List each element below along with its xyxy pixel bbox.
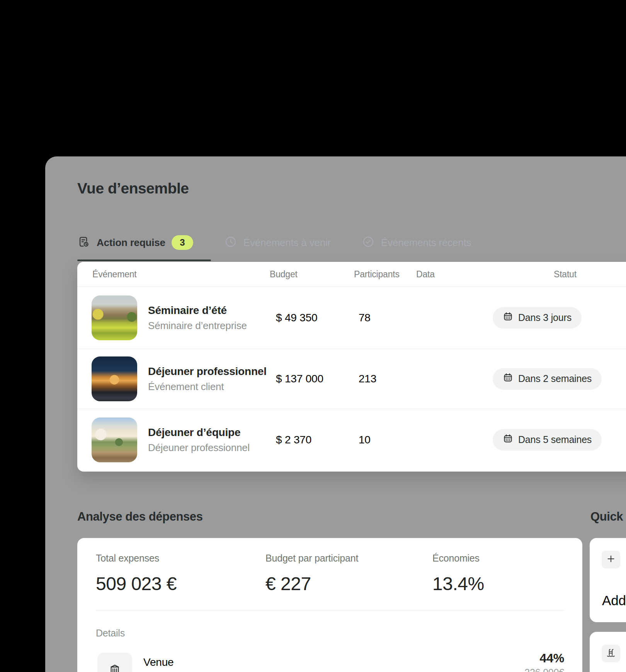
- due-date-pill: Dans 3 jours: [493, 307, 582, 329]
- stat-label: Économies: [432, 553, 484, 564]
- column-header-evenement: Événement: [92, 262, 137, 287]
- event-due-cell: Dans 2 semaines: [493, 368, 602, 390]
- due-date-pill: Dans 2 semaines: [493, 368, 602, 390]
- quick-action-add-card[interactable]: Add: [590, 538, 626, 622]
- event-subtitle: Événement client: [148, 380, 276, 392]
- stat-value: 13.4%: [432, 573, 484, 594]
- event-participants: 78: [359, 312, 371, 324]
- expense-analysis-card: Total expenses 509 023 € Budget par part…: [77, 538, 582, 672]
- event-budget: $ 137 000: [276, 373, 323, 385]
- table-row-dejeuner-professionnel[interactable]: Déjeuner professionnel Événement client …: [77, 349, 626, 409]
- event-thumbnail: [92, 417, 137, 462]
- event-due-cell: Dans 5 semaines: [493, 429, 602, 451]
- quick-section-title: Quick: [590, 510, 623, 524]
- plus-icon: [606, 554, 616, 565]
- due-date-label: Dans 5 semaines: [518, 434, 592, 445]
- stat-label: Budget par participant: [265, 553, 358, 564]
- event-subtitle: Déjeuner professionnel: [148, 441, 276, 453]
- detail-amount: 226 000€: [524, 667, 564, 672]
- table-row-seminaire-ete[interactable]: Séminaire d’été Séminaire d’entreprise $…: [77, 287, 626, 349]
- tab-label: Événements à venir: [243, 237, 331, 249]
- venue-icon-box: [97, 653, 132, 672]
- event-thumbnail: [92, 356, 137, 401]
- event-title: Déjeuner professionnel: [148, 365, 276, 377]
- due-date-label: Dans 2 semaines: [518, 373, 592, 384]
- tab-count-badge: 3: [172, 235, 193, 250]
- event-title-cell: Déjeuner professionnel Événement client: [148, 365, 276, 392]
- plus-icon-box: [602, 551, 620, 568]
- event-title-cell: Déjeuner d’équipe Déjeuner professionnel: [148, 426, 276, 453]
- details-label: Details: [96, 628, 125, 639]
- page-title: Vue d’ensemble: [77, 180, 189, 197]
- table-row-dejeuner-equipe[interactable]: Déjeuner d’équipe Déjeuner professionnel…: [77, 409, 626, 471]
- events-table: Événement Budget Participants Data Statu…: [77, 262, 626, 472]
- column-header-budget: Budget: [270, 262, 298, 287]
- detail-name: Venue: [143, 656, 174, 669]
- event-participants: 10: [359, 434, 371, 446]
- due-date-label: Dans 3 jours: [518, 312, 572, 323]
- calendar-icon: [503, 311, 513, 324]
- tab-label: Action requise: [97, 237, 165, 249]
- due-date-pill: Dans 5 semaines: [493, 429, 602, 451]
- building-icon: [109, 663, 121, 672]
- pool-ladder-icon-box: [602, 645, 620, 662]
- stat-economies: Économies 13.4%: [432, 553, 484, 594]
- detail-row-venue[interactable]: Venue 44% 226 000€: [77, 650, 582, 672]
- active-tab-indicator: [77, 260, 211, 261]
- event-due-cell: Dans 3 jours: [493, 307, 582, 329]
- column-header-statut: Statut: [554, 262, 577, 287]
- column-header-participants: Participants: [354, 262, 400, 287]
- event-title: Déjeuner d’équipe: [148, 426, 276, 438]
- stat-total-expenses: Total expenses 509 023 €: [96, 553, 177, 594]
- document-clock-icon: [77, 235, 90, 250]
- event-title: Séminaire d’été: [148, 304, 276, 316]
- tab-evenements-a-venir[interactable]: Événements à venir: [224, 235, 331, 250]
- clock-icon: [224, 235, 237, 250]
- tab-evenements-recents[interactable]: Événements récents: [362, 235, 471, 250]
- stat-value: 509 023 €: [96, 573, 177, 594]
- pool-ladder-icon: [606, 648, 616, 659]
- calendar-icon: [503, 433, 513, 446]
- add-label: Add: [602, 593, 626, 608]
- quick-action-venue-card[interactable]: [590, 632, 626, 672]
- stat-budget-par-participant: Budget par participant € 227: [265, 553, 358, 594]
- calendar-icon: [503, 372, 513, 385]
- divider: [96, 610, 564, 611]
- check-circle-icon: [362, 235, 375, 250]
- tab-action-requise[interactable]: Action requise 3: [77, 235, 193, 250]
- analysis-section-title: Analyse des dépenses: [77, 510, 203, 524]
- event-budget: $ 49 350: [276, 312, 317, 324]
- event-thumbnail: [92, 295, 137, 340]
- column-header-data: Data: [416, 262, 435, 287]
- stat-value: € 227: [265, 573, 358, 594]
- detail-percent: 44%: [540, 651, 564, 665]
- event-budget: $ 2 370: [276, 434, 311, 446]
- tab-bar: Action requise 3 Événements à venir Évén…: [77, 231, 471, 254]
- stat-label: Total expenses: [96, 553, 177, 564]
- event-participants: 213: [359, 373, 376, 385]
- event-title-cell: Séminaire d’été Séminaire d’entreprise: [148, 304, 276, 331]
- event-subtitle: Séminaire d’entreprise: [148, 319, 276, 331]
- tab-label: Événements récents: [381, 237, 471, 249]
- screen: Vue d’ensemble Action requise 3: [0, 0, 626, 672]
